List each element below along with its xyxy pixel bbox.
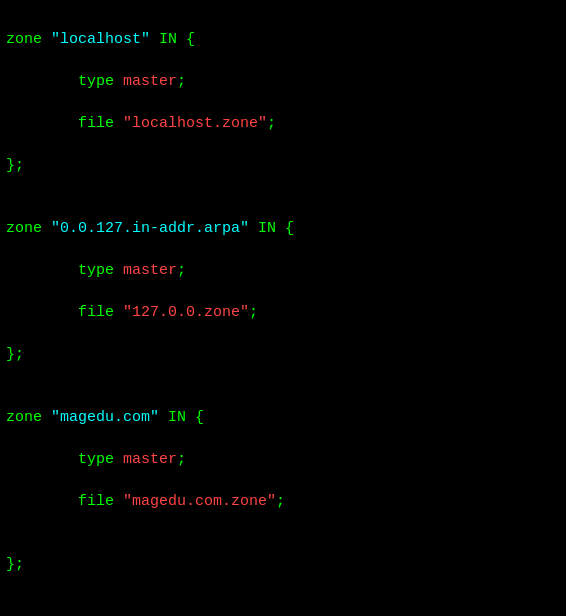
close-brace-3: }; (6, 556, 24, 573)
line-6: zone "0.0.127.in-addr.arpa" IN { (6, 218, 560, 239)
type-keyword-1: type (78, 73, 123, 90)
file-keyword-3: file (78, 493, 123, 510)
zone-class-2: IN { (249, 220, 294, 237)
zone-name-3: "magedu.com" (51, 409, 159, 426)
file-value-2: "127.0.0.zone" (123, 304, 249, 321)
semicolon-3b: ; (276, 493, 285, 510)
line-11: zone "magedu.com" IN { (6, 407, 560, 428)
file-value-1: "localhost.zone" (123, 115, 267, 132)
type-keyword-2: type (78, 262, 123, 279)
file-keyword-2: file (78, 304, 123, 321)
line-1: zone "localhost" IN { (6, 29, 560, 50)
file-keyword-1: file (78, 115, 123, 132)
line-7: type master; (6, 260, 560, 281)
zone-name-1: "localhost" (51, 31, 150, 48)
semicolon-2a: ; (177, 262, 186, 279)
line-12: type master; (6, 449, 560, 470)
zone-keyword-2: zone (6, 220, 51, 237)
semicolon-3a: ; (177, 451, 186, 468)
zone-class-3: IN { (159, 409, 204, 426)
file-value-3: "magedu.com.zone" (123, 493, 276, 510)
close-brace-2: }; (6, 346, 24, 363)
zone-keyword-1: zone (6, 31, 51, 48)
type-keyword-3: type (78, 451, 123, 468)
close-brace-1: }; (6, 157, 24, 174)
semicolon-2b: ; (249, 304, 258, 321)
semicolon-1a: ; (177, 73, 186, 90)
line-4: }; (6, 155, 560, 176)
line-3: file "localhost.zone"; (6, 113, 560, 134)
zone-class-1: IN { (150, 31, 195, 48)
line-8: file "127.0.0.zone"; (6, 302, 560, 323)
line-2: type master; (6, 71, 560, 92)
semicolon-1b: ; (267, 115, 276, 132)
zone-keyword-3: zone (6, 409, 51, 426)
type-value-1: master (123, 73, 177, 90)
code-editor: zone "localhost" IN { type master; file … (6, 8, 560, 616)
zone-name-2: "0.0.127.in-addr.arpa" (51, 220, 249, 237)
type-value-2: master (123, 262, 177, 279)
type-value-3: master (123, 451, 177, 468)
line-15: }; (6, 554, 560, 575)
line-9: }; (6, 344, 560, 365)
line-13: file "magedu.com.zone"; (6, 491, 560, 512)
